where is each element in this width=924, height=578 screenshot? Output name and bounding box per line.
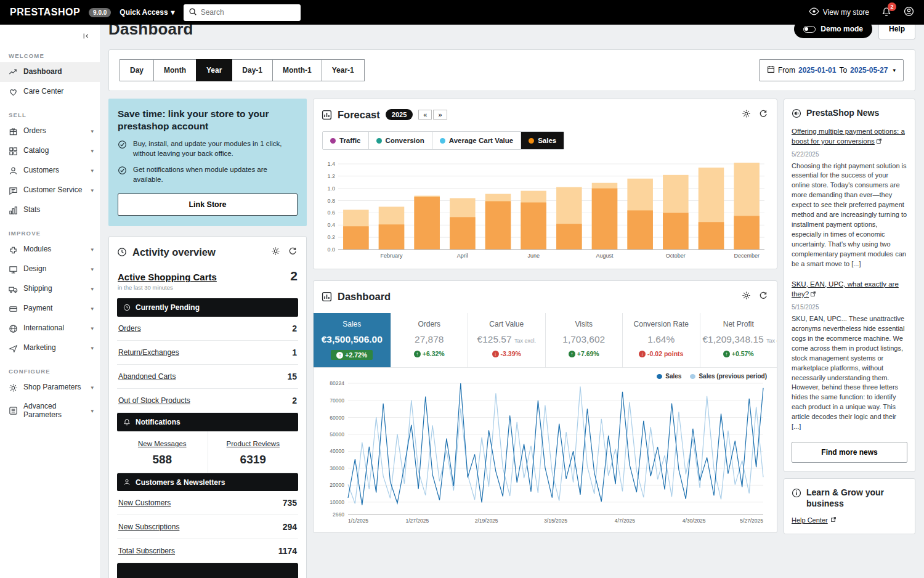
sidebar-item-international[interactable]: International▾ [0,319,100,338]
range-button-month-1[interactable]: Month-1 [272,59,322,81]
activity-value: 2 [292,324,297,333]
sidebar-section-label: SELL [0,102,100,121]
right-column: PrestaShop News Offering multiple paymen… [784,99,915,534]
sidebar-item-label: Shop Parameters [23,383,81,392]
bar-chart-icon [322,291,332,302]
legend-item-conversion[interactable]: Conversion [368,132,432,149]
sidebar-collapse-button[interactable] [0,25,100,43]
news-panel: PrestaShop News Offering multiple paymen… [784,99,915,472]
forecast-prev-button[interactable]: « [418,110,432,120]
sidebar-item-orders[interactable]: Orders▾ [0,121,100,141]
chevron-down-icon: ▾ [91,148,94,154]
refresh-button[interactable] [758,108,769,121]
range-button-year-1[interactable]: Year-1 [322,59,365,81]
legend-item-sales[interactable]: Sales [521,132,564,149]
kpi-orders[interactable]: Orders27,878↑+6.32% [391,313,468,367]
kpi-visits[interactable]: Visits1,703,602↑+7.69% [545,313,623,367]
activity-link-total-subscribers[interactable]: Total Subscribers [118,547,175,555]
check-circle-icon [118,166,128,178]
link-store-button[interactable]: Link Store [118,193,298,216]
quick-access-label: Quick Access [120,8,168,17]
middle-column: Forecast 2025 « » TrafficConversionAvera… [313,99,777,533]
kpi-cart-value[interactable]: Cart Value€125.57 Tax excl.↓-3.39% [468,313,545,367]
activity-row-new-customers: New Customers735 [117,491,298,515]
kpi-label: Visits [548,320,620,328]
find-more-news-button[interactable]: Find more news [792,442,907,463]
notifications-button[interactable]: 2 [881,7,891,18]
news-article-link[interactable]: SKU, EAN, UPC, what exactly are they? [792,280,899,298]
activity-value: 1 [292,348,297,357]
news-article-link[interactable]: Offering multiple payment options: a boo… [792,128,905,145]
kpi-change: ↑+2.72% [331,350,373,360]
refresh-button[interactable] [287,246,298,259]
svg-text:4/30/2025: 4/30/2025 [683,518,706,524]
activity-section-header: Currently Pending [117,298,298,317]
help-center-label: Help Center [792,516,828,524]
sidebar-item-catalog[interactable]: Catalog▾ [0,141,100,161]
svg-text:30000: 30000 [330,465,344,471]
time-range-toolbar: DayMonthYearDay-1Month-1Year-1 From 2025… [108,49,915,91]
account-button[interactable] [904,6,914,18]
sidebar-item-payment[interactable]: Payment▾ [0,299,100,319]
activity-link-new-messages[interactable]: New Messages [138,440,187,447]
legend-item-traffic[interactable]: Traffic [323,132,368,149]
marketing-icon [9,343,18,353]
help-center-link[interactable]: Help Center [784,516,844,534]
settings-gear-button[interactable] [270,245,282,259]
svg-text:0.8: 0.8 [327,198,335,204]
global-search[interactable] [184,4,301,21]
chevron-down-icon: ▾ [91,325,94,332]
legend-item-average-cart-value[interactable]: Average Cart Value [432,132,521,149]
trend-icon [9,67,18,77]
view-store-link[interactable]: View my store [809,6,869,18]
kpi-conversion-rate[interactable]: Conversion Rate1.64%↓-0.02 points [622,313,700,367]
sidebar-item-modules[interactable]: Modules▾ [0,240,100,259]
settings-gear-button[interactable] [740,108,752,121]
sidebar-item-dashboard[interactable]: Dashboard [0,62,100,82]
sidebar-item-label: Modules [23,245,51,254]
range-button-day-1[interactable]: Day-1 [232,59,273,81]
activity-link-product-reviews[interactable]: Product Reviews [227,440,280,447]
sidebar-item-care-center[interactable]: Care Center [0,82,100,102]
orders-icon [9,126,18,136]
sidebar-item-shop-parameters[interactable]: Shop Parameters▾ [0,378,100,397]
refresh-button[interactable] [758,290,769,303]
kpi-sales[interactable]: Sales€3,500,506.00↑+2.72% [314,313,391,367]
learn-panel-header: Learn & Grow your business [784,479,915,515]
svg-text:1.4: 1.4 [327,161,335,167]
range-button-day[interactable]: Day [120,59,154,81]
sidebar-item-stats[interactable]: Stats [0,200,100,220]
kpi-change-text: -3.39% [501,350,521,357]
forecast-next-button[interactable]: » [433,110,447,120]
activity-link-new-customers[interactable]: New Customers [118,499,171,507]
sidebar-item-shipping[interactable]: Shipping▾ [0,279,100,299]
sidebar-item-customer-service[interactable]: Customer Service▾ [0,181,100,200]
activity-link-abandoned-carts[interactable]: Abandoned Carts [118,372,176,381]
sidebar-item-advanced-parameters[interactable]: Advanced Parameters▾ [0,397,100,425]
calendar-icon [767,65,775,75]
brand-logo[interactable]: PRESTASHOP [10,7,80,18]
svg-text:10000: 10000 [330,499,344,505]
active-shopping-carts-link[interactable]: Active Shopping Carts [118,272,217,282]
kpi-net-profit[interactable]: Net Profit€1,209,348.15 Tax excl.↑+0.57% [700,313,777,367]
refresh-icon [759,291,768,302]
activity-link-out-of-stock-products[interactable]: Out of Stock Products [118,396,190,405]
activity-value: 735 [283,498,297,508]
sidebar-item-customers[interactable]: Customers▾ [0,161,100,181]
toggle-icon [803,26,816,33]
sidebar-item-marketing[interactable]: Marketing▾ [0,338,100,358]
kpi-change-text: +0.57% [732,350,754,357]
activity-link-new-subscriptions[interactable]: New Subscriptions [118,523,179,531]
date-range-picker[interactable]: From 2025-01-01 To 2025-05-27 ▾ [759,59,904,81]
settings-gear-button[interactable] [740,290,752,303]
range-button-month[interactable]: Month [153,59,197,81]
activity-link-return-exchanges[interactable]: Return/Exchanges [118,348,179,357]
to-date: 2025-05-27 [850,66,888,75]
search-input[interactable] [201,8,296,17]
range-button-group: DayMonthYearDay-1Month-1Year-1 [120,59,365,81]
range-button-year[interactable]: Year [196,59,232,81]
sidebar-item-design[interactable]: Design▾ [0,259,100,279]
activity-link-orders[interactable]: Orders [118,324,141,333]
quick-access-menu[interactable]: Quick Access ▾ [120,8,174,17]
arrow-down-icon: ↓ [639,351,646,357]
